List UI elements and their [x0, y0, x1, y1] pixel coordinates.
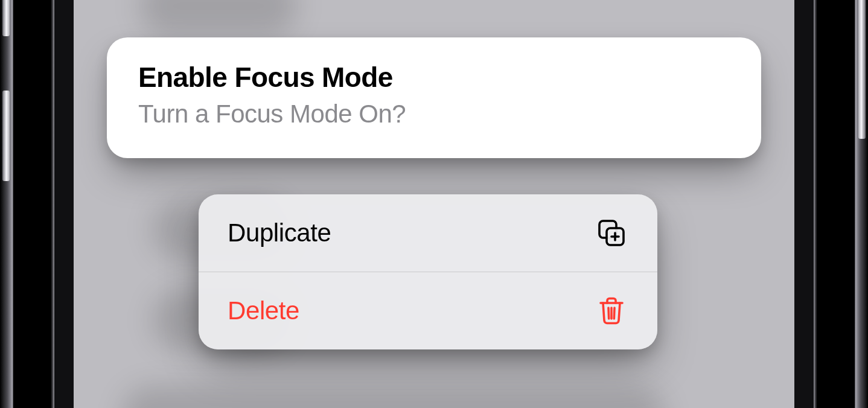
device-side-button [2, 0, 10, 36]
menu-item-duplicate[interactable]: Duplicate [199, 194, 657, 272]
svg-line-6 [614, 308, 614, 319]
device-side-button [858, 0, 866, 139]
trash-icon [595, 294, 628, 328]
device-frame-left [0, 0, 54, 408]
svg-line-4 [608, 308, 609, 319]
screen: Enable Focus Mode Turn a Focus Mode On? … [54, 0, 814, 408]
menu-item-label: Delete [228, 296, 299, 325]
blurred-background-element [122, 386, 665, 408]
blurred-background-element [140, 0, 297, 36]
context-menu-preview-card[interactable]: Enable Focus Mode Turn a Focus Mode On? [107, 37, 761, 158]
preview-title: Enable Focus Mode [138, 62, 730, 94]
menu-item-delete[interactable]: Delete [199, 272, 657, 349]
device-side-button [2, 91, 10, 181]
context-menu: Duplicate Delete [199, 194, 657, 349]
menu-item-label: Duplicate [228, 218, 331, 247]
preview-subtitle: Turn a Focus Mode On? [138, 97, 730, 132]
duplicate-icon [595, 216, 628, 250]
